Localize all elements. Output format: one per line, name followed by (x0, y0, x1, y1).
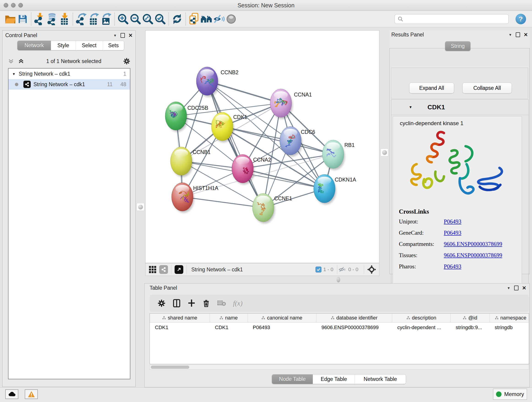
collapse-all-icon[interactable] (7, 58, 14, 65)
column-header[interactable]: shared name (150, 313, 210, 322)
column-header[interactable]: canonical name (248, 313, 317, 322)
duplicate-network-button[interactable] (188, 12, 200, 26)
control-panel-title: Control Panel (5, 32, 37, 38)
float-panel-icon[interactable] (120, 33, 125, 38)
delete-column-icon[interactable] (202, 299, 210, 307)
collapse-panel-icon[interactable]: ▼ (507, 286, 510, 290)
tab-network-table[interactable]: Network Table (355, 375, 406, 384)
left-divider-handle[interactable] (137, 203, 144, 211)
column-header[interactable]: description (392, 313, 451, 322)
toolbar-separator (73, 13, 73, 26)
open-in-window-icon[interactable] (175, 265, 183, 274)
float-panel-icon[interactable] (516, 32, 520, 37)
section-collapse-icon[interactable]: ▼ (409, 105, 412, 109)
zoom-in-icon (118, 13, 128, 25)
expand-all-icon[interactable] (18, 58, 25, 65)
pharos-link[interactable]: P06493 (444, 263, 461, 270)
expand-all-button[interactable]: Expand All (409, 83, 454, 94)
right-divider-handle[interactable] (380, 148, 388, 156)
crosslinks-section: CrossLinks Uniprot:P06493 GeneCard:P0649… (399, 208, 502, 274)
tab-sets[interactable]: Sets (103, 41, 124, 50)
table-panel: Table Panel ▼ ✕ (144, 283, 530, 387)
collapse-panel-icon[interactable]: ▼ (114, 34, 117, 37)
duplicate-network-icon (188, 13, 200, 25)
status-separator (337, 265, 337, 274)
tab-select[interactable]: Select (75, 41, 103, 50)
export-table-button[interactable] (88, 12, 100, 26)
collapse-all-button[interactable]: Collapse All (462, 83, 512, 94)
memory-button[interactable]: Memory (493, 389, 527, 400)
tab-edge-table[interactable]: Edge Table (313, 375, 355, 384)
hide-panels-button[interactable] (213, 12, 225, 26)
svg-text:CCNE1: CCNE1 (274, 196, 292, 201)
table-options-gear-icon[interactable] (157, 299, 166, 307)
string-results-container: Expand All Collapse All ▼ CDK1 cyclin-de… (389, 48, 530, 274)
collection-count: 1 (123, 71, 126, 77)
network-graph[interactable]: CCNB2CCNA1CDC25BCDK1CDC6RB1CCNB1CCNA2CDK… (146, 31, 379, 263)
search-box (394, 14, 509, 24)
export-image-button[interactable] (100, 12, 112, 26)
tree-expand-icon[interactable]: ▼ (12, 72, 16, 76)
refresh-view-button[interactable] (171, 12, 183, 26)
birds-eye-view-icon[interactable] (159, 265, 168, 274)
center-view-icon[interactable] (367, 265, 376, 274)
network-row[interactable]: String Network – cdk1 11 48 (8, 79, 130, 89)
network-canvas[interactable]: CCNB2CCNA1CDC25BCDK1CDC6RB1CCNB1CCNA2CDK… (145, 30, 380, 263)
column-header[interactable]: database identifier (317, 313, 392, 322)
import-table-button[interactable] (58, 12, 70, 26)
tab-string[interactable]: String (445, 41, 470, 51)
network-status-bar: String Network – cdk1 1 - 0 0 - 0 (145, 263, 380, 276)
column-header[interactable]: name (210, 313, 248, 322)
column-header[interactable]: @id (451, 313, 490, 322)
table-horizontal-scrollbar[interactable] (150, 365, 529, 370)
close-panel-icon[interactable]: ✕ (524, 32, 528, 37)
zoom-selected-button[interactable] (154, 12, 166, 26)
show-columns-icon[interactable] (172, 299, 181, 307)
tissues-link[interactable]: 9606.ENSP00000378699 (444, 252, 502, 259)
add-column-icon[interactable] (188, 299, 196, 307)
search-input[interactable] (404, 16, 506, 22)
open-session-button[interactable] (4, 12, 17, 26)
session-home-button[interactable] (200, 12, 213, 26)
svg-text:HIST1H1A: HIST1H1A (193, 185, 219, 191)
column-header[interactable]: namespace (490, 313, 529, 322)
bottom-divider-handle[interactable] (336, 277, 340, 282)
show-eye-button[interactable] (225, 12, 237, 26)
tab-network[interactable]: Network (17, 41, 51, 50)
export-network-icon (76, 13, 87, 25)
collapse-panel-icon[interactable]: ▼ (509, 33, 512, 36)
gene-section-header[interactable]: ▼ CDK1 (391, 100, 528, 115)
tab-node-table[interactable]: Node Table (272, 375, 313, 384)
grid-view-icon[interactable] (149, 266, 157, 274)
scrollbar-thumb[interactable] (151, 366, 189, 369)
tab-style[interactable]: Style (51, 41, 75, 50)
zoom-in-button[interactable] (117, 12, 129, 26)
table-row[interactable]: CDK1 CDK1 P06493 9606.ENSP00000378699 cy… (150, 322, 529, 332)
node-table[interactable]: shared name name canonical name database… (150, 313, 529, 364)
refresh-icon (172, 13, 183, 25)
help-button[interactable]: ? (515, 14, 526, 24)
import-network-button[interactable] (33, 12, 46, 26)
compartments-link[interactable]: 9606.ENSP00000378699 (444, 241, 502, 247)
close-panel-icon[interactable]: ✕ (128, 33, 133, 38)
network-options-gear-icon[interactable] (123, 57, 130, 65)
function-builder-icon: f(x) (233, 299, 243, 307)
svg-text:CCNA1: CCNA1 (294, 92, 312, 98)
uniprot-link[interactable]: P06493 (444, 218, 461, 225)
cloud-status-button[interactable] (5, 389, 18, 399)
warnings-button[interactable] (25, 389, 38, 399)
export-network-button[interactable] (75, 12, 88, 26)
zoom-fit-button[interactable] (142, 12, 154, 26)
results-panel-title: Results Panel (391, 32, 424, 38)
eye-slash-icon (213, 14, 225, 24)
svg-text:CCNB2: CCNB2 (221, 70, 239, 75)
zoom-out-button[interactable] (129, 12, 142, 26)
selected-nodes-checkbox[interactable] (316, 267, 322, 273)
import-database-button[interactable] (46, 12, 58, 26)
save-session-button[interactable] (17, 12, 29, 26)
network-collection-row[interactable]: ▼ String Network – cdk1 1 (8, 69, 130, 79)
cell-shared-name: CDK1 (150, 322, 210, 332)
close-panel-icon[interactable]: ✕ (522, 286, 526, 291)
float-panel-icon[interactable] (514, 286, 519, 290)
genecard-link[interactable]: P06493 (444, 230, 461, 236)
